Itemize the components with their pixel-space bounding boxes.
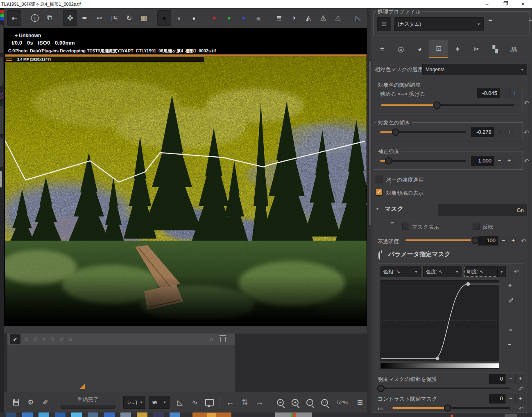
strength-decrement[interactable]: − — [494, 156, 504, 166]
next-image-button[interactable]: → — [253, 395, 267, 410]
slider-handle[interactable] — [385, 157, 392, 165]
contrast-reset-button[interactable]: ↶ — [518, 405, 524, 412]
contrast-mask-value[interactable]: 0 — [489, 394, 505, 403]
slider-handle[interactable] — [433, 101, 441, 109]
threshold-reset-button[interactable]: ↶ — [524, 99, 529, 107]
slider-handle[interactable] — [444, 404, 451, 412]
levels-picker-button[interactable]: ✑ — [93, 10, 106, 26]
mask-name-field[interactable]: Gn — [438, 204, 527, 216]
exposure-list-button[interactable]: ≣ — [272, 10, 286, 26]
opacity-value[interactable]: 100 — [478, 236, 498, 246]
collapsed-tab[interactable] — [0, 106, 3, 134]
opacity-decrement[interactable]: − — [498, 236, 508, 246]
uniform-strength-checkbox[interactable] — [376, 176, 383, 183]
thumbnail-resize-handle[interactable] — [79, 384, 85, 389]
color-label-icon[interactable]: ○ — [209, 336, 213, 343]
batch-save-button[interactable] — [9, 395, 23, 410]
warning-outline-button[interactable]: ⚠ — [331, 10, 345, 26]
luma-curve-editor[interactable] — [380, 280, 499, 361]
tab-meta[interactable]: ‖‖‖META — [505, 40, 523, 58]
collapsed-tab[interactable] — [0, 138, 3, 167]
taskbar-app-icon[interactable] — [120, 412, 131, 417]
chroma-curve-combo[interactable]: 色度:∿ ▼ — [423, 266, 462, 277]
taskbar-app-icon[interactable] — [153, 412, 164, 417]
collapse-arrow-icon[interactable]: ▾ — [376, 207, 378, 211]
zoom-fit-button[interactable]: ▫ — [303, 395, 317, 410]
thumbnail-cell[interactable]: ✔ ☆ ☆ ☆ ☆ ☆ ☆ ○ — [7, 334, 235, 392]
curve-compare-button[interactable]: ∿ — [188, 395, 201, 410]
collapse-panel-button[interactable]: ⇤ — [7, 10, 21, 26]
opacity-increment[interactable]: + — [508, 236, 518, 246]
strength-reset-button[interactable]: ↶ — [524, 158, 529, 165]
mask-show-checkbox[interactable] — [402, 223, 409, 230]
channel-blue-button[interactable]: ■ — [237, 10, 251, 26]
channel-green-button[interactable]: ■ — [222, 10, 236, 26]
threshold-decrement[interactable]: − — [500, 88, 510, 98]
preview-white-button[interactable]: ■ — [187, 10, 201, 26]
highlight-check-button[interactable]: ◭ — [301, 10, 315, 26]
preview-split-button[interactable]: ◑ — [287, 10, 301, 26]
panel-scrollbar[interactable] — [369, 8, 371, 412]
channel-mono-button[interactable]: ▣ — [251, 10, 265, 26]
tab-tone[interactable]: ◕ — [410, 40, 429, 58]
slope-increment[interactable]: + — [504, 127, 514, 137]
curve-copy-button[interactable] — [508, 316, 509, 323]
white-balance-picker-button[interactable]: ✒ — [78, 10, 92, 26]
rotate-free-button[interactable]: ↻ — [122, 10, 136, 26]
move-tool-button[interactable]: ✜ — [63, 10, 77, 26]
tab-exposure[interactable]: ± — [373, 40, 392, 58]
curve-add-point-button[interactable]: ⌖ — [508, 282, 512, 289]
zoom-100-button[interactable]: 1:1 — [318, 395, 332, 410]
rating-star[interactable]: ☆ — [68, 336, 73, 343]
tone-curve-combo[interactable]: ≋▼ — [149, 396, 170, 409]
rating-star[interactable]: ☆ — [41, 336, 47, 343]
param-mask-reset-button[interactable]: ↶ — [514, 268, 519, 275]
hue-curve-combo[interactable]: 色相:∿ ▼ — [380, 266, 421, 277]
close-button[interactable]: ✕ — [514, 0, 532, 8]
slider-handle[interactable] — [377, 385, 385, 392]
slope-value[interactable]: -0.278 — [471, 127, 494, 137]
collapsed-tab[interactable] — [0, 171, 2, 187]
curve-draw-button[interactable]: ✐ — [508, 297, 514, 304]
taskbar-active-app[interactable] — [192, 412, 231, 417]
tab-effects[interactable]: ✦ — [448, 40, 467, 58]
opacity-reset-button[interactable]: ↶ — [521, 237, 526, 245]
strength-value[interactable]: 1.000 — [471, 156, 494, 166]
mask-copy-button[interactable] — [378, 223, 379, 230]
gamut-check-button[interactable]: ◺ — [351, 10, 365, 26]
contrast-mask-slider[interactable] — [392, 404, 510, 412]
mask-invert-checkbox[interactable] — [473, 223, 480, 230]
compare-view-button[interactable]: ⧉ — [43, 10, 57, 26]
left-collapsed-panel[interactable] — [0, 8, 4, 412]
threshold-value[interactable]: -0.045 — [477, 88, 500, 98]
trash-icon[interactable] — [220, 337, 226, 342]
collapsed-tab[interactable] — [0, 57, 3, 86]
channel-red-button[interactable]: ■ — [207, 10, 221, 26]
warning-filled-button[interactable]: ⚠ — [316, 10, 330, 26]
profile-copy-button[interactable] — [516, 20, 517, 27]
preview-black-button[interactable]: ■ — [157, 10, 171, 26]
luma-curve-dropdown-button[interactable]: ▼ — [498, 266, 506, 277]
profile-combo[interactable]: (カスタム)▼ — [394, 17, 484, 31]
preview-gray-button[interactable]: ■ — [172, 10, 186, 26]
taskbar-app-icon[interactable] — [55, 412, 66, 417]
taskbar-hovered-app[interactable] — [275, 412, 312, 417]
threshold-increment[interactable]: + — [509, 88, 520, 98]
slope-decrement[interactable]: − — [494, 127, 504, 137]
slope-reset-button[interactable]: ↶ — [524, 129, 529, 136]
multi-frame-button[interactable]: ⊞ — [353, 395, 367, 410]
edit-tools-button[interactable]: ✐ — [38, 395, 52, 410]
taskbar-app-icon[interactable] — [170, 412, 180, 417]
rating-star[interactable]: ☆ — [24, 336, 29, 343]
settings-button[interactable]: ⚙ — [24, 395, 38, 410]
opacity-slider[interactable] — [405, 237, 475, 244]
detail-protect-value[interactable]: 0 — [489, 374, 505, 384]
zoom-out-button[interactable]: − — [274, 395, 288, 410]
tab-pattern[interactable]: ▚ — [486, 40, 505, 58]
before-after-button[interactable]: ◺ — [173, 395, 187, 410]
rating-star[interactable]: ☆ — [50, 336, 56, 343]
grid-view-button[interactable]: ▦ — [137, 10, 151, 26]
taskbar-app-icon[interactable] — [38, 412, 49, 417]
taskbar-app-icon[interactable] — [104, 412, 115, 417]
taskbar-app-icon[interactable] — [22, 412, 33, 417]
